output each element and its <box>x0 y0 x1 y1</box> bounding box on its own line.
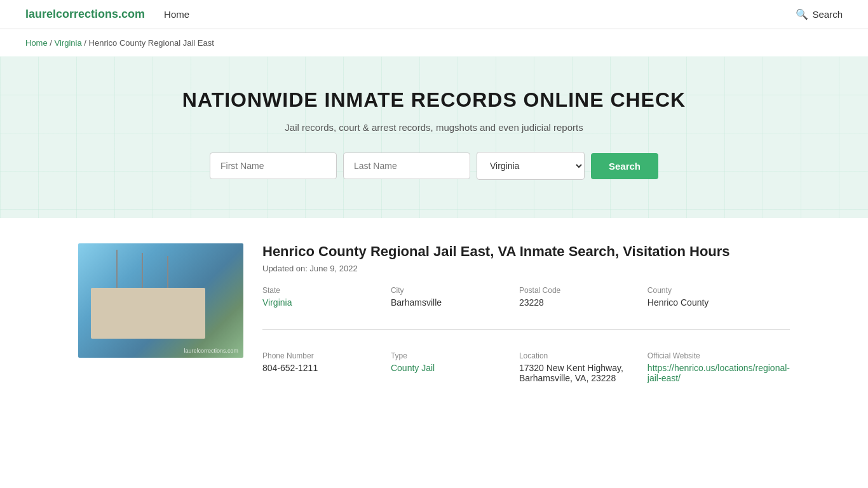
flag-pole-3 <box>167 256 168 288</box>
phone-label: Phone Number <box>262 351 384 360</box>
site-logo[interactable]: laurelcorrections.com <box>25 8 145 21</box>
breadcrumb-home[interactable]: Home <box>25 38 48 48</box>
main-content: Henrico County Regional Jail East, VA In… <box>53 218 815 409</box>
header-search-label: Search <box>812 9 843 20</box>
header: laurelcorrections.com Home 🔍 Search <box>0 0 868 29</box>
facility-section: Henrico County Regional Jail East, VA In… <box>78 243 790 383</box>
breadcrumb: Home / Virginia / Henrico County Regiona… <box>0 29 868 57</box>
state-value[interactable]: Virginia <box>262 297 292 308</box>
type-value[interactable]: County Jail <box>391 363 435 373</box>
facility-image <box>78 243 243 358</box>
website-value[interactable]: https://henrico.us/locations/regional-ja… <box>648 363 790 383</box>
hero-subtitle: Jail records, court & arrest records, mu… <box>13 122 855 133</box>
county-value: Henrico County <box>648 297 709 308</box>
info-state: State Virginia <box>262 286 384 308</box>
facility-title: Henrico County Regional Jail East, VA In… <box>262 243 790 260</box>
breadcrumb-sep2: / <box>84 38 88 48</box>
info-website: Official Website https://henrico.us/loca… <box>648 351 790 383</box>
search-icon: 🔍 <box>796 8 808 20</box>
facility-info: Henrico County Regional Jail East, VA In… <box>262 243 790 383</box>
hero-banner: NATIONWIDE INMATE RECORDS ONLINE CHECK J… <box>0 57 868 218</box>
info-postal: Postal Code 23228 <box>519 286 641 308</box>
info-grid: State Virginia City Barhamsville Postal … <box>262 286 790 383</box>
city-value: Barhamsville <box>391 297 442 308</box>
updated-date: Updated on: June 9, 2022 <box>262 264 790 273</box>
divider <box>262 329 790 330</box>
state-label: State <box>262 286 384 295</box>
county-label: County <box>648 286 790 295</box>
flag-pole-2 <box>142 253 143 288</box>
last-name-input[interactable] <box>343 152 470 179</box>
breadcrumb-sep1: / <box>50 38 54 48</box>
flag-pole-1 <box>116 250 118 288</box>
search-button[interactable]: Search <box>591 153 658 179</box>
info-location: Location 17320 New Kent Highway, Barhams… <box>519 351 641 383</box>
state-select[interactable]: AlabamaAlaskaArizonaArkansasCaliforniaCo… <box>477 152 585 180</box>
type-label: Type <box>391 351 513 360</box>
search-form: AlabamaAlaskaArizonaArkansasCaliforniaCo… <box>13 152 855 180</box>
city-label: City <box>391 286 513 295</box>
info-city: City Barhamsville <box>391 286 513 308</box>
location-value: 17320 New Kent Highway, Barhamsville, VA… <box>519 363 623 383</box>
breadcrumb-current: Henrico County Regional Jail East <box>89 38 214 48</box>
postal-label: Postal Code <box>519 286 641 295</box>
location-label: Location <box>519 351 641 360</box>
info-county: County Henrico County <box>648 286 790 308</box>
info-type: Type County Jail <box>391 351 513 383</box>
first-name-input[interactable] <box>210 152 337 179</box>
nav-home-link[interactable]: Home <box>164 9 189 20</box>
header-left: laurelcorrections.com Home <box>25 8 189 21</box>
header-search-button[interactable]: 🔍 Search <box>796 8 843 20</box>
hero-title: NATIONWIDE INMATE RECORDS ONLINE CHECK <box>13 88 855 112</box>
postal-value: 23228 <box>519 297 544 308</box>
breadcrumb-state[interactable]: Virginia <box>55 38 82 48</box>
phone-value: 804-652-1211 <box>262 363 318 373</box>
website-label: Official Website <box>648 351 790 360</box>
info-phone: Phone Number 804-652-1211 <box>262 351 384 383</box>
